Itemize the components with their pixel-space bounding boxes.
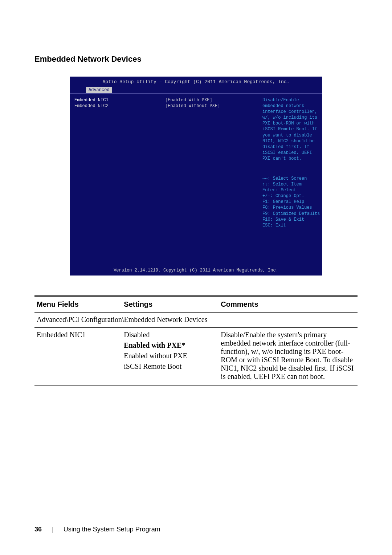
bios-screenshot: Aptio Setup Utility – Copyright (C) 2011… bbox=[70, 77, 322, 276]
bios-footer: Version 2.14.1219. Copyright (C) 2011 Am… bbox=[70, 266, 322, 275]
footer-text: Using the System Setup Program bbox=[64, 526, 160, 533]
bios-label-nic1: Embedded NIC1 bbox=[74, 97, 165, 103]
bios-header: Aptio Setup Utility – Copyright (C) 2011… bbox=[70, 77, 322, 87]
bios-help-text: Disable/Enable embedded network interfac… bbox=[262, 97, 320, 172]
bios-key-legend: →←: Select Screen ↑↓: Select Item Enter:… bbox=[262, 172, 320, 229]
setting-option-iscsi: iSCSI Remote Boot bbox=[124, 362, 216, 371]
bios-value-nic1: [Enabled With PXE] bbox=[165, 97, 212, 103]
bios-main-panel: Embedded NIC1 [Enabled With PXE] Embedde… bbox=[70, 94, 260, 266]
td-menu-field: Embedded NIC1 bbox=[34, 328, 122, 385]
page-number: 36 bbox=[34, 526, 42, 533]
td-settings: Disabled Enabled with PXE* Enabled witho… bbox=[122, 328, 219, 385]
table-row: Embedded NIC1 Disabled Enabled with PXE*… bbox=[34, 328, 358, 385]
bios-label-nic2: Embedded NIC2 bbox=[74, 103, 165, 109]
setting-option-disabled: Disabled bbox=[124, 331, 216, 339]
bios-row-nic2: Embedded NIC2 [Enabled Without PXE] bbox=[74, 103, 256, 109]
td-comments: Disable/Enable the system's primary embe… bbox=[219, 328, 358, 385]
th-comments: Comments bbox=[219, 296, 358, 313]
page-footer: 36 | Using the System Setup Program bbox=[34, 526, 160, 533]
th-settings: Settings bbox=[122, 296, 219, 313]
setting-option-enabled-without-pxe: Enabled without PXE bbox=[124, 352, 216, 360]
bios-key-line: ↑↓: Select Item bbox=[262, 181, 320, 187]
bios-row-nic1: Embedded NIC1 [Enabled With PXE] bbox=[74, 97, 256, 103]
bios-key-line: F9: Optimized Defaults bbox=[262, 211, 320, 217]
bios-key-line: F1: General Help bbox=[262, 199, 320, 205]
section-heading: Embedded Network Devices bbox=[34, 54, 358, 64]
bios-key-line: F8: Previous Values bbox=[262, 205, 320, 211]
bios-side-panel: Disable/Enable embedded network interfac… bbox=[260, 94, 322, 266]
th-menu-fields: Menu Fields bbox=[34, 296, 122, 313]
table-path-row: Advanced\PCI Configuration\Embedded Netw… bbox=[34, 313, 358, 328]
bios-key-line: +/-: Change Opt. bbox=[262, 193, 320, 199]
bios-key-line: F10: Save & Exit bbox=[262, 217, 320, 223]
bios-key-line: →←: Select Screen bbox=[262, 176, 320, 181]
bios-tabs: Advanced bbox=[70, 87, 322, 93]
footer-divider-icon: | bbox=[52, 526, 53, 533]
setting-option-enabled-pxe: Enabled with PXE* bbox=[124, 341, 216, 350]
bios-key-line: ESC: Exit bbox=[262, 223, 320, 228]
table-path: Advanced\PCI Configuration\Embedded Netw… bbox=[34, 313, 358, 328]
settings-table: Menu Fields Settings Comments Advanced\P… bbox=[34, 295, 358, 385]
bios-value-nic2: [Enabled Without PXE] bbox=[165, 103, 220, 109]
bios-key-line: Enter: Select bbox=[262, 187, 320, 193]
bios-tab-advanced: Advanced bbox=[86, 87, 112, 93]
